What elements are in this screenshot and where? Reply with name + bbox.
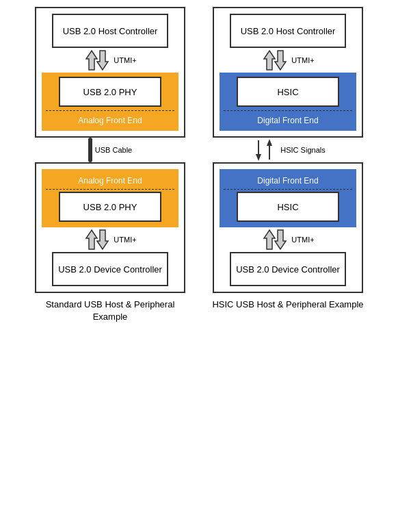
top-outer-box-standard: USB 2.0 Host Controller UTMI+ USB 2.0 PH…: [35, 7, 185, 138]
phy-box-top-standard: USB 2.0 PHY: [59, 77, 161, 107]
svg-marker-0: [86, 51, 97, 70]
utmi-label-top-hsic: UTMI+: [291, 56, 314, 64]
utmi-label-bottom-standard: UTMI+: [114, 236, 136, 244]
front-end-label-top-hsic: Digital Front End: [224, 113, 352, 127]
dashed-separator-bottom-standard: [46, 189, 174, 190]
top-outer-box-hsic: USB 2.0 Host Controller UTMI+ HSIC Digit…: [213, 7, 363, 138]
phy-block-top-hsic: HSIC Digital Front End: [220, 73, 356, 131]
bottom-outer-box-hsic: Digital Front End HSIC UTMI+ USB 2.0 Dev…: [213, 162, 363, 293]
dashed-separator-bottom-hsic: [224, 189, 352, 190]
device-controller-label-hsic: USB 2.0 Device Controller: [236, 264, 340, 275]
svg-marker-11: [275, 230, 286, 249]
phy-block-top-standard: USB 2.0 PHY Analog Front End: [42, 73, 178, 131]
standard-diagram: USB 2.0 Host Controller UTMI+ USB 2.0 PH…: [28, 7, 192, 323]
device-controller-box-standard: USB 2.0 Device Controller: [52, 252, 168, 286]
front-end-label-bottom-hsic: Digital Front End: [224, 173, 352, 187]
phy-label-top-hsic: HSIC: [277, 87, 298, 97]
device-controller-label-standard: USB 2.0 Device Controller: [58, 264, 162, 275]
utmi-arrow-svg-standard-top: [83, 48, 111, 73]
hsic-arrows-svg: [250, 138, 278, 162]
dashed-separator-top-standard: [46, 110, 174, 111]
utmi-arrow-svg-hsic-top: [261, 48, 289, 73]
host-controller-box-standard: USB 2.0 Host Controller: [52, 14, 168, 48]
hsic-diagram: USB 2.0 Host Controller UTMI+ HSIC Digit…: [206, 7, 370, 323]
front-end-label-bottom-standard: Analog Front End: [46, 173, 174, 187]
utmi-arrow-top-hsic: UTMI+: [220, 48, 356, 73]
device-controller-box-hsic: USB 2.0 Device Controller: [230, 252, 346, 286]
front-end-label-top-standard: Analog Front End: [46, 113, 174, 127]
host-controller-label-hsic: USB 2.0 Host Controller: [241, 26, 336, 36]
svg-marker-5: [275, 51, 286, 70]
hsic-signals-label: HSIC Signals: [280, 146, 325, 154]
utmi-arrow-svg-standard-bottom: [83, 227, 111, 252]
diagrams-container: USB 2.0 Host Controller UTMI+ USB 2.0 PH…: [7, 7, 391, 323]
utmi-arrow-bottom-hsic: UTMI+: [220, 227, 356, 252]
svg-marker-2: [86, 230, 97, 249]
phy-box-bottom-standard: USB 2.0 PHY: [59, 192, 161, 222]
svg-marker-3: [97, 230, 108, 249]
dashed-separator-top-hsic: [224, 110, 352, 111]
phy-block-bottom-standard: Analog Front End USB 2.0 PHY: [42, 169, 178, 227]
cable-label-standard: USB Cable: [95, 146, 132, 154]
utmi-arrow-bottom-standard: UTMI+: [42, 227, 178, 252]
thick-cable-line-standard: [88, 138, 92, 162]
utmi-arrow-svg-hsic-bottom: [261, 227, 289, 252]
svg-marker-1: [97, 51, 108, 70]
svg-marker-4: [264, 51, 275, 70]
phy-label-bottom-hsic: HSIC: [277, 202, 298, 212]
svg-marker-7: [256, 154, 261, 161]
caption-hsic: HSIC USB Host & Peripheral Example: [212, 299, 363, 311]
utmi-label-bottom-hsic: UTMI+: [291, 236, 314, 244]
svg-marker-10: [264, 230, 275, 249]
utmi-arrow-top-standard: UTMI+: [42, 48, 178, 73]
cable-connector-standard: USB Cable: [35, 138, 185, 162]
host-controller-label-standard: USB 2.0 Host Controller: [63, 26, 158, 36]
phy-box-top-hsic: HSIC: [237, 77, 339, 107]
hsic-connector: HSIC Signals: [213, 138, 363, 162]
phy-box-bottom-hsic: HSIC: [237, 192, 339, 222]
caption-standard: Standard USB Host & Peripheral Example: [28, 299, 192, 323]
phy-block-bottom-hsic: Digital Front End HSIC: [220, 169, 356, 227]
bottom-outer-box-standard: Analog Front End USB 2.0 PHY UTMI+ USB 2…: [35, 162, 185, 293]
cable-line-standard: [88, 138, 92, 162]
utmi-label-top-standard: UTMI+: [114, 56, 136, 64]
host-controller-box-hsic: USB 2.0 Host Controller: [230, 14, 346, 48]
svg-marker-9: [267, 139, 272, 146]
phy-label-top-standard: USB 2.0 PHY: [83, 87, 137, 97]
phy-label-bottom-standard: USB 2.0 PHY: [83, 202, 137, 212]
